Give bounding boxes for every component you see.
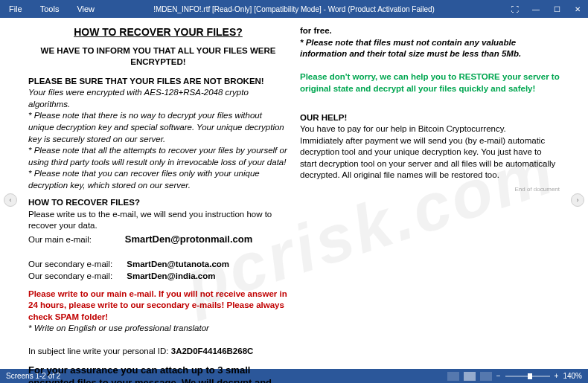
- note-3: * Please note that you can recover files…: [28, 168, 288, 191]
- window-title: !MDEN_INFO!.rtf [Read-Only] [Compatibili…: [153, 5, 435, 13]
- after-pay: Immidiately after payment we will send y…: [300, 135, 560, 181]
- minimize-icon[interactable]: —: [525, 0, 546, 18]
- assurance-text: For your assurance you can attach up to …: [28, 364, 288, 383]
- red-warning: Please write to our main e-mail. If you …: [28, 289, 288, 324]
- window-controls: ⛶ — ☐ ✕: [505, 0, 588, 18]
- status-right: − + 140%: [447, 372, 582, 381]
- view-print-layout-icon[interactable]: [464, 372, 476, 381]
- menu-view[interactable]: View: [68, 4, 103, 13]
- sec-email-row-1: Our secondary e-mail: SmartDen@tutanota.…: [28, 259, 288, 271]
- view-read-mode-icon[interactable]: [447, 372, 459, 381]
- zoom-in-icon[interactable]: +: [555, 372, 559, 380]
- main-email-row: Our main e-mail: SmartDen@protonmail.com: [28, 233, 288, 246]
- doc-title: HOW TO RECOVER YOUR FILES?: [28, 25, 288, 39]
- how-head: HOW TO RECOVER FILES?: [28, 197, 288, 209]
- note-1: * Please note that there is no way to de…: [28, 110, 288, 145]
- end-of-document: End of document: [300, 186, 560, 194]
- next-page-button[interactable]: ›: [571, 193, 584, 207]
- subject-line: In subject line write your personal ID: …: [28, 346, 288, 358]
- note-valuable: * Please note that files must not contai…: [300, 37, 560, 60]
- sec-email-label-1: Our secondary e-mail:: [28, 260, 112, 268]
- main-email: SmartDen@protonmail.com: [125, 234, 253, 245]
- sec-email-label-2: Our secondary e-mail:: [28, 271, 112, 280]
- translator-note: * Write on English or use professional t…: [28, 323, 288, 335]
- maximize-icon[interactable]: ☐: [546, 0, 567, 18]
- view-web-layout-icon[interactable]: [480, 372, 492, 381]
- personal-id: 3A2D0F44146B268C: [171, 347, 254, 355]
- titlebar: File Tools View !MDEN_INFO!.rtf [Read-On…: [0, 0, 588, 18]
- for-free: for free.: [300, 25, 560, 37]
- menu-tools[interactable]: Tools: [31, 4, 68, 13]
- prev-page-button[interactable]: ‹: [4, 193, 17, 207]
- enc-algo: Your files were encrypted with AES-128+R…: [28, 87, 288, 110]
- our-help-head: OUR HELP!: [300, 112, 560, 124]
- reading-mode-icon[interactable]: ⛶: [505, 0, 525, 18]
- zoom-slider[interactable]: [505, 376, 550, 377]
- zoom-level[interactable]: 140%: [563, 372, 582, 380]
- close-icon[interactable]: ✕: [567, 0, 588, 18]
- column-right: for free. * Please note that files must …: [294, 24, 566, 363]
- main-email-label: Our main e-mail:: [28, 235, 92, 244]
- green-help: Please don't worry, we can help you to R…: [300, 71, 560, 94]
- inform-line: WE HAVE TO INFORM YOU THAT ALL YOUR FILE…: [28, 45, 288, 68]
- document-area: ‹ › pcrisk.com HOW TO RECOVER YOUR FILES…: [0, 18, 588, 369]
- column-left: HOW TO RECOVER YOUR FILES? WE HAVE TO IN…: [22, 24, 294, 363]
- sec-email-row-2: Our secondary e-mail: SmartDen@india.com: [28, 271, 288, 283]
- note-2: * Please note that all the attempts to r…: [28, 145, 288, 168]
- write-us: Please write us to the e-mail, we will s…: [28, 209, 288, 232]
- besure-head: PLEASE BE SURE THAT YOUR FILES ARE NOT B…: [28, 76, 288, 88]
- menu-file[interactable]: File: [0, 4, 31, 13]
- pay-bitcoin: You have to pay for our help in Bitcoin …: [300, 123, 560, 135]
- subject-label: In subject line write your personal ID:: [28, 347, 171, 355]
- menu-bar: File Tools View: [0, 4, 103, 13]
- sec-email-2: SmartDen@india.com: [127, 271, 215, 280]
- sec-email-1: SmartDen@tutanota.com: [127, 260, 229, 268]
- zoom-out-icon[interactable]: −: [496, 372, 501, 380]
